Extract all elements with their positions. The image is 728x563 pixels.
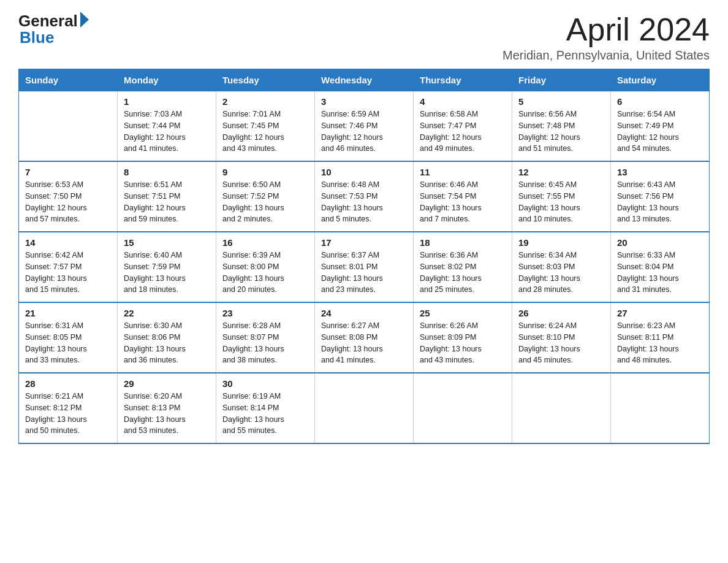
day-number: 3 [321,96,407,107]
day-info: Sunrise: 6:45 AMSunset: 7:55 PMDaylight:… [518,179,604,225]
calendar-day-cell [414,373,512,443]
calendar-table: SundayMondayTuesdayWednesdayThursdayFrid… [18,69,710,444]
page-subtitle: Meridian, Pennsylvania, United States [502,48,710,63]
day-number: 24 [321,308,407,318]
day-info: Sunrise: 6:21 AMSunset: 8:12 PMDaylight:… [25,391,111,437]
calendar-day-cell: 22Sunrise: 6:30 AMSunset: 8:06 PMDayligh… [118,302,216,373]
calendar-week-row: 28Sunrise: 6:21 AMSunset: 8:12 PMDayligh… [19,373,710,443]
calendar-day-cell: 16Sunrise: 6:39 AMSunset: 8:00 PMDayligh… [216,232,315,302]
calendar-day-header: Thursday [414,69,512,91]
calendar-header-row: SundayMondayTuesdayWednesdayThursdayFrid… [19,69,710,91]
day-number: 15 [124,237,210,248]
day-info: Sunrise: 7:03 AMSunset: 7:44 PMDaylight:… [124,109,210,155]
calendar-day-cell: 30Sunrise: 6:19 AMSunset: 8:14 PMDayligh… [216,373,315,443]
calendar-day-header: Monday [118,69,216,91]
day-number: 20 [617,237,703,248]
calendar-day-cell: 2Sunrise: 7:01 AMSunset: 7:45 PMDaylight… [216,91,315,162]
calendar-day-cell [315,373,414,443]
day-info: Sunrise: 6:56 AMSunset: 7:48 PMDaylight:… [518,109,604,155]
day-number: 9 [222,167,308,177]
calendar-day-cell: 13Sunrise: 6:43 AMSunset: 7:56 PMDayligh… [611,161,710,232]
calendar-day-header: Sunday [19,69,118,91]
day-number: 1 [124,96,210,107]
day-number: 11 [420,167,506,177]
calendar-day-cell: 24Sunrise: 6:27 AMSunset: 8:08 PMDayligh… [315,302,414,373]
day-info: Sunrise: 6:43 AMSunset: 7:56 PMDaylight:… [617,179,703,225]
day-number: 17 [321,237,407,248]
day-info: Sunrise: 6:33 AMSunset: 8:04 PMDaylight:… [617,250,703,296]
logo-blue: Blue [20,29,54,47]
calendar-week-row: 1Sunrise: 7:03 AMSunset: 7:44 PMDaylight… [19,91,710,162]
calendar-day-cell: 20Sunrise: 6:33 AMSunset: 8:04 PMDayligh… [611,232,710,302]
day-info: Sunrise: 6:31 AMSunset: 8:05 PMDaylight:… [25,320,111,366]
day-number: 7 [25,167,111,177]
calendar-day-cell: 4Sunrise: 6:58 AMSunset: 7:47 PMDaylight… [414,91,512,162]
day-info: Sunrise: 6:30 AMSunset: 8:06 PMDaylight:… [124,320,210,366]
calendar-day-header: Wednesday [315,69,414,91]
day-number: 8 [124,167,210,177]
day-info: Sunrise: 6:28 AMSunset: 8:07 PMDaylight:… [222,320,308,366]
day-info: Sunrise: 6:20 AMSunset: 8:13 PMDaylight:… [124,391,210,437]
day-info: Sunrise: 6:48 AMSunset: 7:53 PMDaylight:… [321,179,407,225]
calendar-day-cell: 15Sunrise: 6:40 AMSunset: 7:59 PMDayligh… [118,232,216,302]
day-info: Sunrise: 6:51 AMSunset: 7:51 PMDaylight:… [124,179,210,225]
day-number: 12 [518,167,604,177]
day-number: 13 [617,167,703,177]
calendar-day-cell: 14Sunrise: 6:42 AMSunset: 7:57 PMDayligh… [19,232,118,302]
day-info: Sunrise: 6:46 AMSunset: 7:54 PMDaylight:… [420,179,506,225]
calendar-day-cell: 7Sunrise: 6:53 AMSunset: 7:50 PMDaylight… [19,161,118,232]
day-number: 29 [124,378,210,389]
calendar-day-cell: 5Sunrise: 6:56 AMSunset: 7:48 PMDaylight… [512,91,611,162]
day-number: 25 [420,308,506,318]
calendar-day-cell: 11Sunrise: 6:46 AMSunset: 7:54 PMDayligh… [414,161,512,232]
day-number: 30 [222,378,308,389]
day-info: Sunrise: 6:42 AMSunset: 7:57 PMDaylight:… [25,250,111,296]
day-info: Sunrise: 6:58 AMSunset: 7:47 PMDaylight:… [420,109,506,155]
day-info: Sunrise: 6:50 AMSunset: 7:52 PMDaylight:… [222,179,308,225]
calendar-day-cell: 18Sunrise: 6:36 AMSunset: 8:02 PMDayligh… [414,232,512,302]
calendar-day-cell: 12Sunrise: 6:45 AMSunset: 7:55 PMDayligh… [512,161,611,232]
calendar-week-row: 14Sunrise: 6:42 AMSunset: 7:57 PMDayligh… [19,232,710,302]
day-number: 27 [617,308,703,318]
day-info: Sunrise: 6:34 AMSunset: 8:03 PMDaylight:… [518,250,604,296]
calendar-day-cell: 25Sunrise: 6:26 AMSunset: 8:09 PMDayligh… [414,302,512,373]
page-title: April 2024 [502,12,710,47]
page-header: General Blue April 2024 Meridian, Pennsy… [18,12,710,63]
calendar-day-header: Saturday [611,69,710,91]
day-number: 10 [321,167,407,177]
day-info: Sunrise: 6:36 AMSunset: 8:02 PMDaylight:… [420,250,506,296]
day-number: 5 [518,96,604,107]
logo-arrow-icon [80,12,89,28]
day-number: 19 [518,237,604,248]
day-info: Sunrise: 6:19 AMSunset: 8:14 PMDaylight:… [222,391,308,437]
day-info: Sunrise: 6:26 AMSunset: 8:09 PMDaylight:… [420,320,506,366]
day-info: Sunrise: 6:40 AMSunset: 7:59 PMDaylight:… [124,250,210,296]
day-info: Sunrise: 6:24 AMSunset: 8:10 PMDaylight:… [518,320,604,366]
calendar-day-cell: 19Sunrise: 6:34 AMSunset: 8:03 PMDayligh… [512,232,611,302]
day-number: 16 [222,237,308,248]
day-number: 14 [25,237,111,248]
calendar-day-header: Tuesday [216,69,315,91]
day-info: Sunrise: 7:01 AMSunset: 7:45 PMDaylight:… [222,109,308,155]
calendar-day-cell: 10Sunrise: 6:48 AMSunset: 7:53 PMDayligh… [315,161,414,232]
day-number: 18 [420,237,506,248]
calendar-day-cell: 3Sunrise: 6:59 AMSunset: 7:46 PMDaylight… [315,91,414,162]
day-info: Sunrise: 6:59 AMSunset: 7:46 PMDaylight:… [321,109,407,155]
logo-general: General [18,12,78,30]
calendar-week-row: 7Sunrise: 6:53 AMSunset: 7:50 PMDaylight… [19,161,710,232]
logo: General Blue [18,12,89,46]
day-number: 26 [518,308,604,318]
day-number: 23 [222,308,308,318]
calendar-day-cell: 17Sunrise: 6:37 AMSunset: 8:01 PMDayligh… [315,232,414,302]
calendar-day-cell: 6Sunrise: 6:54 AMSunset: 7:49 PMDaylight… [611,91,710,162]
calendar-day-cell: 1Sunrise: 7:03 AMSunset: 7:44 PMDaylight… [118,91,216,162]
calendar-day-cell: 9Sunrise: 6:50 AMSunset: 7:52 PMDaylight… [216,161,315,232]
calendar-day-cell: 26Sunrise: 6:24 AMSunset: 8:10 PMDayligh… [512,302,611,373]
day-info: Sunrise: 6:53 AMSunset: 7:50 PMDaylight:… [25,179,111,225]
calendar-day-cell: 28Sunrise: 6:21 AMSunset: 8:12 PMDayligh… [19,373,118,443]
day-info: Sunrise: 6:27 AMSunset: 8:08 PMDaylight:… [321,320,407,366]
day-number: 6 [617,96,703,107]
calendar-day-cell [512,373,611,443]
calendar-week-row: 21Sunrise: 6:31 AMSunset: 8:05 PMDayligh… [19,302,710,373]
day-info: Sunrise: 6:37 AMSunset: 8:01 PMDaylight:… [321,250,407,296]
